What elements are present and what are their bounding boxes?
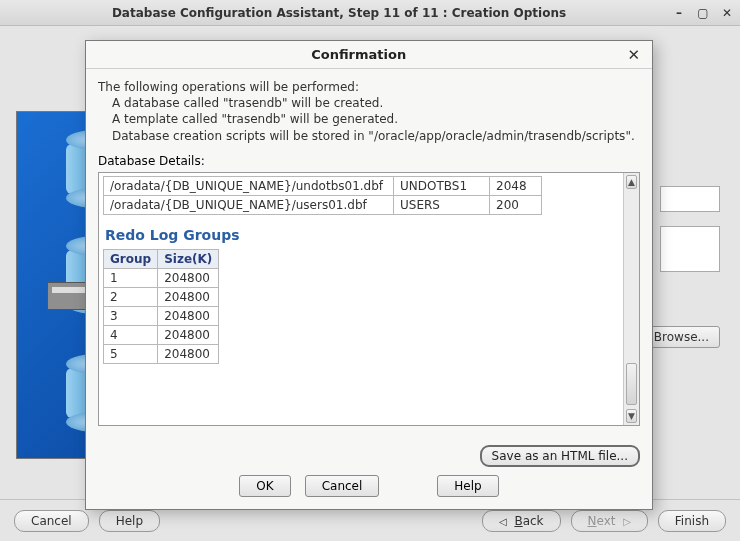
tablespace: USERS [394,195,490,214]
ok-button[interactable]: OK [239,475,290,497]
save-html-button[interactable]: Save as an HTML file... [480,445,640,467]
scroll-thumb[interactable] [626,363,637,405]
file-size: 200 [490,195,542,214]
file-path: /oradata/{DB_UNIQUE_NAME}/undotbs01.dbf [104,176,394,195]
scroll-down-icon[interactable]: ▼ [626,409,637,423]
table-row: 4204800 [104,325,219,344]
op-line-1: A database called "trasendb" will be cre… [112,95,640,111]
table-row: /oradata/{DB_UNIQUE_NAME}/users01.dbf US… [104,195,542,214]
op-line-2: A template called "trasendb" will be gen… [112,111,640,127]
overlay: Confirmation ✕ The following operations … [0,0,740,541]
modal-footer: OK Cancel Help [86,469,652,509]
scrollbar[interactable]: ▲ ▼ [623,173,639,425]
modal-titlebar: Confirmation ✕ [86,41,652,69]
intro-text: The following operations will be perform… [98,79,640,95]
file-size: 2048 [490,176,542,195]
table-row: 2204800 [104,287,219,306]
tablespace: UNDOTBS1 [394,176,490,195]
details-box: /oradata/{DB_UNIQUE_NAME}/undotbs01.dbf … [98,172,640,426]
table-row: /oradata/{DB_UNIQUE_NAME}/undotbs01.dbf … [104,176,542,195]
modal-close-icon[interactable]: ✕ [623,46,644,64]
scroll-up-icon[interactable]: ▲ [626,175,637,189]
redo-table: Group Size(K) 1204800 2204800 3204800 42… [103,249,219,364]
confirmation-dialog: Confirmation ✕ The following operations … [85,40,653,510]
redo-header-size: Size(K) [158,249,219,268]
redo-header-group: Group [104,249,158,268]
redo-title: Redo Log Groups [105,227,619,243]
modal-title: Confirmation [94,47,623,62]
details-label: Database Details: [98,154,640,168]
modal-description: The following operations will be perform… [98,79,640,144]
datafile-table: /oradata/{DB_UNIQUE_NAME}/undotbs01.dbf … [103,176,542,215]
table-row: 1204800 [104,268,219,287]
op-line-3: Database creation scripts will be stored… [112,128,640,144]
table-row: 3204800 [104,306,219,325]
table-row: 5204800 [104,344,219,363]
file-path: /oradata/{DB_UNIQUE_NAME}/users01.dbf [104,195,394,214]
modal-cancel-button[interactable]: Cancel [305,475,380,497]
modal-help-button[interactable]: Help [437,475,498,497]
